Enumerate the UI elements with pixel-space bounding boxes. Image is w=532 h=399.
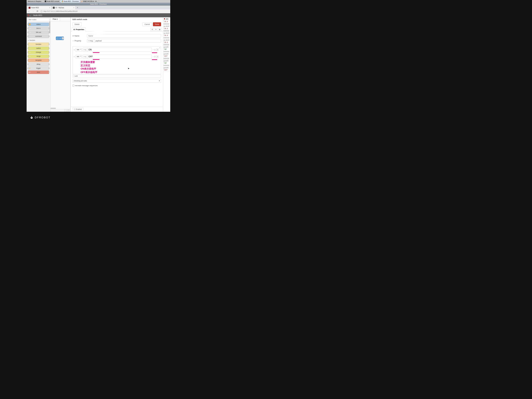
debug-src: gada88 — [163, 53, 170, 55]
debug-tab[interactable]: 🐞 deb — [163, 17, 170, 20]
palette-node-status[interactable]: 📶 status — [28, 23, 49, 26]
zoom-out-icon[interactable]: − — [64, 109, 66, 112]
property-input[interactable]: ▾msg. payload — [87, 39, 161, 43]
rules-scrollbar[interactable]: ▴ — [159, 47, 161, 73]
palette-node-trigger[interactable]: ⚡ trigger — [28, 66, 49, 70]
task-nodered-console[interactable]: Node-RED console — [44, 0, 61, 3]
link out-icon: ⟶ — [29, 31, 31, 33]
checking-mode-select[interactable]: checking all rules ▾ — [72, 79, 161, 83]
string-type-icon: az — [85, 56, 86, 57]
palette-node-switch[interactable]: ⬚ switch — [28, 47, 49, 50]
palette-node-function[interactable]: ƒ function — [28, 43, 49, 46]
chevron-down-icon: ▾ — [159, 80, 160, 82]
tray-title: Edit switch node — [71, 17, 163, 22]
grip-icon[interactable]: ≡ — [74, 56, 75, 58]
task-chromium[interactable]: Node-RED - Chromium — [61, 0, 80, 3]
operator-select[interactable]: == — [76, 48, 82, 52]
annotation-underline — [152, 59, 157, 60]
gear-icon[interactable]: ✿ — [150, 28, 154, 31]
properties-tab[interactable]: ✿ Properties — [72, 27, 86, 32]
debug-value: "ON" — [163, 48, 170, 51]
palette-node-range[interactable]: ≡ range — [28, 55, 49, 58]
debug-sidebar: 🐞 deb "26.0 8/28/202 rpi-dht22"26.0 8/28… — [163, 17, 170, 112]
annotation-overlay: 开关模块需要 定义状态 ON表示高电平 OFF表示低电平 — [73, 61, 161, 74]
recreate-checkbox[interactable]: recreate message sequences — [72, 85, 161, 87]
filter-nodes-input[interactable] — [28, 18, 49, 21]
edit-tray: Edit switch node Delete Cancel Done ✿ Pr… — [70, 17, 163, 112]
arrow-icon: ➔ — [59, 37, 62, 40]
info-icon[interactable]: i — [40, 10, 43, 12]
browser-tab-nodered[interactable]: Node-RED × — [27, 6, 51, 9]
switch-icon: ⬚ — [29, 47, 31, 50]
range-icon: ≡ — [29, 55, 31, 57]
canvas-switch-node[interactable]: ▢ ➔ 8 — [56, 37, 64, 40]
category-function[interactable]: ▾ function — [27, 38, 51, 42]
delete-rule-button[interactable]: ✕ — [156, 49, 158, 51]
palette-node-comment[interactable]: comment — [28, 35, 49, 38]
scrollbar-thumb[interactable] — [49, 21, 50, 33]
done-button[interactable]: Done — [153, 22, 161, 26]
palette-node-exec[interactable]: ⚙ exec — [28, 70, 49, 74]
status-icon: 📶 — [29, 23, 31, 25]
cancel-button[interactable]: Cancel — [142, 22, 152, 26]
output-index: → 2 — [152, 56, 155, 57]
debug-src: rpi-dht22 — [163, 39, 170, 41]
add-rule-button[interactable]: + add — [72, 75, 161, 77]
back-icon[interactable]: ← — [28, 10, 30, 13]
flow-tab[interactable]: Flow 1 — [51, 17, 60, 21]
close-icon[interactable]: × — [49, 7, 50, 9]
task-text-editor[interactable]: 新建文本文档.txt - M... — [80, 0, 99, 3]
value-input[interactable]: ▾az ON — [82, 48, 152, 52]
debug-ts: 8/28/202 — [163, 51, 170, 53]
appearance-icon[interactable]: ▣ — [158, 28, 162, 31]
operator-select[interactable]: == — [76, 55, 82, 58]
palette-node-link-out[interactable]: ⟶ link out — [28, 31, 49, 34]
template-icon: { — [29, 59, 31, 61]
nodered-header: ⤳ Node-RED — [27, 13, 170, 17]
bug-icon: 🐞 — [164, 18, 165, 20]
url-field[interactable]: i http://127.0.0.1:1880/#flow/c5b1a49a.b… — [40, 10, 169, 12]
annotation-underline — [93, 52, 100, 53]
palette-node-delay[interactable]: ⏲ delay — [28, 63, 49, 66]
close-icon[interactable]: × — [73, 7, 74, 9]
delay-icon: ⏲ — [29, 63, 31, 65]
rules-list: ▴ ≡ == ▾az ON → 1 ✕ ≡ == ▾az OFF → 2 ✕ — [72, 46, 161, 74]
debug-value: "ON" — [163, 62, 170, 64]
workspace[interactable]: Flow 1 ▢ ➔ 8 − ◯ — [51, 17, 70, 112]
palette-node-change[interactable]: ✎ change — [28, 51, 49, 54]
nodered-icon — [29, 7, 31, 9]
comment-icon — [29, 35, 31, 38]
io-icon: io — [53, 7, 55, 9]
debug-ts: 8/28/202 — [163, 30, 170, 32]
debug-ts: 8/28/202 — [163, 64, 170, 67]
function-icon: ƒ — [29, 43, 31, 45]
annotation-underline — [93, 59, 100, 60]
palette-node-template[interactable]: { template — [28, 58, 49, 62]
caret-down-icon: ▾ — [88, 40, 89, 42]
laptop-brand: DFROBOT — [30, 116, 51, 119]
caret-down-icon: ▾ — [84, 56, 84, 57]
new-tab-button[interactable]: + — [76, 6, 79, 9]
delete-rule-button[interactable]: ✕ — [156, 56, 158, 58]
task-raspberry[interactable]: Welcome to Raspber... — [27, 0, 44, 3]
debug-value: "26.0 — [163, 20, 170, 23]
enabled-toggle[interactable]: Enabled — [72, 108, 83, 111]
dfrobot-logo-icon — [30, 116, 33, 119]
name-input[interactable] — [87, 34, 161, 38]
change-icon: ✎ — [29, 51, 31, 53]
zoom-reset-icon[interactable]: ◯ — [67, 109, 70, 112]
debug-value: "26.0 — [163, 27, 170, 30]
forward-icon[interactable]: → — [32, 10, 34, 13]
palette-node-link-in[interactable]: ⟶ link in — [28, 27, 49, 30]
annotation-underline — [152, 52, 157, 53]
chevron-down-icon: ▾ — [28, 40, 29, 41]
description-icon[interactable]: 🗎 — [154, 28, 158, 31]
workspace-h-scroll[interactable] — [51, 108, 70, 109]
browser-tab-io[interactable]: io IO - MyData × — [52, 6, 76, 9]
grip-icon[interactable]: ≡ — [74, 49, 75, 51]
delete-button[interactable]: Delete — [72, 22, 82, 26]
value-input[interactable]: ▾az OFF — [82, 55, 152, 59]
scroll-up-icon[interactable]: ▴ — [159, 47, 161, 48]
window-title: Node-RED - Chromium — [27, 3, 170, 6]
reload-icon[interactable]: ⟳ — [36, 10, 38, 13]
